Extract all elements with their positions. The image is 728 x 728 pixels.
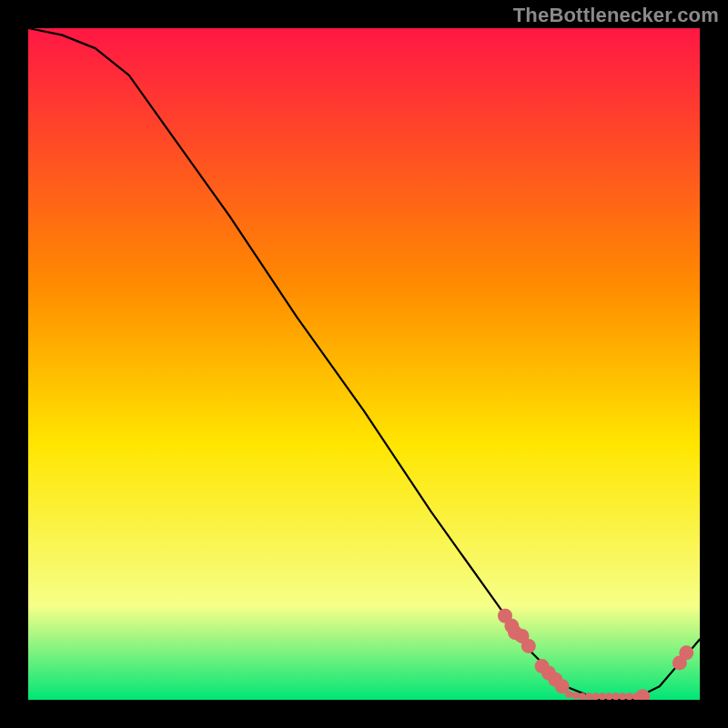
plot-background (28, 28, 700, 700)
data-marker (599, 693, 606, 700)
data-marker (619, 693, 626, 700)
data-marker (521, 639, 536, 653)
data-marker (592, 693, 600, 700)
data-marker (632, 693, 640, 700)
data-marker (579, 693, 586, 700)
data-marker (585, 693, 592, 700)
data-marker (612, 693, 620, 700)
chart-stage: { "source_label": "TheBottlenecker.com",… (0, 0, 728, 728)
data-marker (571, 693, 579, 700)
source-watermark: TheBottlenecker.com (513, 4, 719, 27)
data-marker (605, 693, 612, 700)
data-marker (626, 693, 633, 700)
data-marker (565, 691, 572, 698)
data-marker (679, 645, 693, 660)
plot-svg (28, 28, 700, 700)
bottleneck-plot (28, 28, 700, 700)
